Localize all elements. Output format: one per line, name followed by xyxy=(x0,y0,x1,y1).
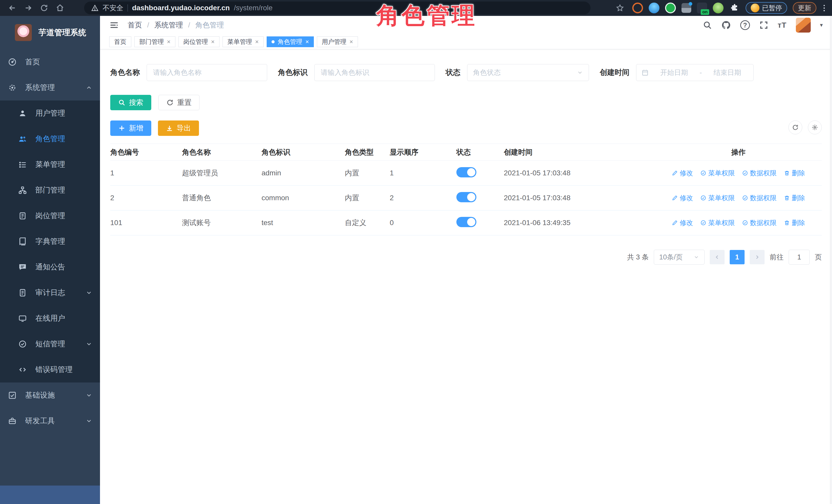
github-icon[interactable] xyxy=(721,20,731,30)
bookmark-star-icon[interactable] xyxy=(613,2,627,14)
refresh-table-icon[interactable] xyxy=(788,121,802,134)
tab-departments[interactable]: 部门管理× xyxy=(134,36,175,47)
tab-posts[interactable]: 岗位管理× xyxy=(178,36,219,47)
export-button[interactable]: 导出 xyxy=(158,121,199,136)
browser-reload-icon[interactable] xyxy=(37,2,51,14)
url-host[interactable]: dashboard.yudao.iocoder.cn xyxy=(132,4,230,12)
close-icon[interactable]: × xyxy=(255,39,259,45)
next-page-button[interactable] xyxy=(750,250,764,264)
sidebar-item-system[interactable]: 系统管理 xyxy=(0,75,100,101)
delete-link[interactable]: 删除 xyxy=(784,193,805,203)
browser-back-icon[interactable] xyxy=(6,2,19,14)
address-bar[interactable]: 不安全 dashboard.yudao.iocoder.cn/system/ro… xyxy=(84,2,591,15)
goto-page-input[interactable] xyxy=(789,250,810,265)
date-start-placeholder[interactable]: 开始日期 xyxy=(653,68,695,77)
extension-icon-green-circle[interactable] xyxy=(665,3,676,13)
app-logo-row[interactable]: 芋道管理系统 xyxy=(0,16,100,49)
role-name-input-field[interactable] xyxy=(153,69,261,77)
user-icon xyxy=(18,109,27,118)
edit-link[interactable]: 修改 xyxy=(672,193,693,203)
page-scrollbar[interactable] xyxy=(830,16,832,504)
sidebar-item-home[interactable]: 首页 xyxy=(0,49,100,75)
edit-link[interactable]: 修改 xyxy=(672,218,693,228)
sidebar-item-label: 岗位管理 xyxy=(35,211,65,221)
status-toggle[interactable] xyxy=(457,167,476,178)
browser-update-button[interactable]: 更新 xyxy=(793,2,816,14)
user-avatar[interactable] xyxy=(796,18,811,32)
sidebar-item-error-codes[interactable]: 错误码管理 xyxy=(0,357,100,382)
date-end-placeholder[interactable]: 结束日期 xyxy=(707,68,748,77)
extension-icon-green-monkey[interactable] xyxy=(713,3,724,13)
sidebar-item-online-users[interactable]: 在线用户 xyxy=(0,306,100,331)
breadcrumb-system[interactable]: 系统管理 xyxy=(154,20,183,30)
toolbox-icon xyxy=(8,416,17,426)
url-path[interactable]: /system/role xyxy=(234,4,272,12)
menu-permission-link[interactable]: 菜单权限 xyxy=(700,193,735,203)
page-number-1[interactable]: 1 xyxy=(730,250,745,264)
role-key-input-field[interactable] xyxy=(321,69,428,77)
close-icon[interactable]: × xyxy=(211,39,215,45)
close-icon[interactable]: × xyxy=(349,39,353,45)
status-toggle[interactable] xyxy=(457,217,476,227)
tab-menus[interactable]: 菜单管理× xyxy=(223,36,264,47)
close-icon[interactable]: × xyxy=(305,39,309,45)
prev-page-button[interactable] xyxy=(710,250,725,264)
edit-link[interactable]: 修改 xyxy=(672,169,693,178)
tab-users[interactable]: 用户管理× xyxy=(317,36,358,47)
browser-forward-icon[interactable] xyxy=(22,2,35,14)
fullscreen-icon[interactable] xyxy=(759,21,769,30)
sidebar-item-sms[interactable]: 短信管理 xyxy=(0,331,100,357)
data-permission-link[interactable]: 数据权限 xyxy=(742,169,777,178)
sidebar-item-posts[interactable]: 岗位管理 xyxy=(0,203,100,229)
status-toggle[interactable] xyxy=(457,192,476,202)
role-type-cell: 内置 xyxy=(345,168,390,178)
column-settings-icon[interactable] xyxy=(808,121,822,134)
close-icon[interactable]: × xyxy=(167,39,171,45)
extension-icon-blue-gem[interactable] xyxy=(649,3,659,13)
sidebar-item-users[interactable]: 用户管理 xyxy=(0,101,100,126)
add-button[interactable]: 新增 xyxy=(110,121,151,136)
sidebar-item-infrastructure[interactable]: 基础设施 xyxy=(0,382,100,408)
sidebar-item-roles[interactable]: 角色管理 xyxy=(0,126,100,152)
status-select[interactable]: 角色状态 xyxy=(467,64,589,81)
page-size-select[interactable]: 10条/页 xyxy=(654,250,705,265)
sidebar-item-notices[interactable]: 通知公告 xyxy=(0,254,100,280)
security-warning-label[interactable]: 不安全 xyxy=(103,3,123,12)
column-header: 角色编号 xyxy=(110,148,182,157)
sidebar-item-menus[interactable]: 菜单管理 xyxy=(0,152,100,178)
reset-button[interactable]: 重置 xyxy=(158,95,200,110)
search-icon[interactable] xyxy=(703,21,712,30)
tab-roles-active[interactable]: 角色管理× xyxy=(267,36,314,47)
help-icon[interactable]: ? xyxy=(740,20,750,30)
extension-icon-puzzle[interactable] xyxy=(729,3,740,13)
sidebar-item-dev-tools[interactable]: 研发工具 xyxy=(0,408,100,434)
role-key-cell: admin xyxy=(262,169,345,177)
browser-home-icon[interactable] xyxy=(53,2,67,14)
extension-icon-dark[interactable]: on xyxy=(697,3,707,13)
hamburger-icon[interactable] xyxy=(109,20,119,30)
search-button[interactable]: 搜索 xyxy=(110,95,151,110)
browser-menu-icon[interactable] xyxy=(822,5,826,11)
goto-page-input-field[interactable] xyxy=(791,253,807,261)
menu-permission-link[interactable]: 菜单权限 xyxy=(700,169,735,178)
avatar-caret-icon[interactable]: ▾ xyxy=(820,22,823,28)
role-name-input[interactable] xyxy=(147,64,267,81)
data-permission-link[interactable]: 数据权限 xyxy=(742,193,777,203)
breadcrumb-home[interactable]: 首页 xyxy=(128,20,142,30)
sidebar-item-dict[interactable]: 字典管理 xyxy=(0,229,100,254)
menu-permission-link[interactable]: 菜单权限 xyxy=(700,218,735,228)
sidebar-item-departments[interactable]: 部门管理 xyxy=(0,178,100,203)
extension-icon-grid[interactable] xyxy=(681,3,691,13)
tab-home[interactable]: 首页 xyxy=(109,36,131,47)
profile-paused-button[interactable]: 已暂停 xyxy=(746,2,787,14)
delete-link[interactable]: 删除 xyxy=(784,169,805,178)
extension-icon-orange[interactable] xyxy=(632,3,643,13)
sidebar-item-label: 错误码管理 xyxy=(35,365,73,375)
sidebar-item-audit-log[interactable]: 审计日志 xyxy=(0,280,100,306)
delete-link[interactable]: 删除 xyxy=(784,218,805,228)
font-size-icon[interactable]: ᴛT xyxy=(778,21,787,29)
create-time-range-picker[interactable]: 开始日期 - 结束日期 xyxy=(636,64,754,81)
data-permission-link[interactable]: 数据权限 xyxy=(742,218,777,228)
gear-icon xyxy=(8,83,17,92)
role-key-input[interactable] xyxy=(314,64,435,81)
